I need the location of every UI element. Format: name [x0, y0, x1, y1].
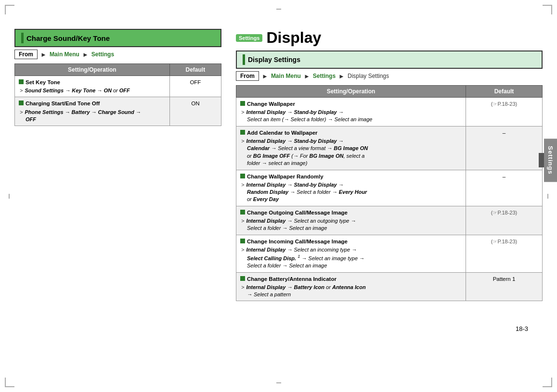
left-row2-cont: OFF [26, 116, 166, 123]
square-icon-r4 [240, 210, 245, 215]
right-col-default-header: Default [466, 86, 543, 98]
arrow-right-2: > [20, 109, 23, 116]
left-section-title-bar: Charge Sound/Key Tone [14, 29, 221, 47]
left-row1-sub: > Sound Settings → Key Tone → ON or OFF [20, 87, 166, 94]
corner-mark-bl [5, 378, 14, 387]
right-row3-setting: Change Wallpaper Randomly > Internal Dis… [236, 170, 466, 206]
right-row6-sub: > Internal Display → Battery Icon or Ant… [241, 284, 462, 291]
left-row2-default: ON [169, 97, 221, 126]
right-nav-mainmenu: Main Menu [271, 73, 301, 79]
right-subsection-title: Display Settings [248, 56, 300, 63]
right-row1-title: Change Wallpaper [240, 100, 462, 108]
left-from-bar: From ► Main Menu ► Settings [14, 47, 221, 62]
arrow-right-r4: > [241, 217, 244, 225]
square-icon-1 [19, 79, 24, 84]
right-row4-title: Change Outgoing Call/Message Image [240, 209, 462, 216]
right-panel: Settings Display Display Settings From ►… [236, 29, 543, 301]
square-icon-r6 [240, 276, 245, 281]
right-row2-default: – [466, 126, 543, 170]
right-row3-title: Change Wallpaper Randomly [240, 173, 462, 180]
square-icon-r3 [240, 174, 245, 178]
arrow-right-r6: > [241, 284, 244, 291]
right-row4-setting: Change Outgoing Call/Message Image > Int… [236, 206, 466, 235]
table-row: Change Wallpaper > Internal Display → St… [236, 98, 543, 126]
square-icon-2 [19, 101, 24, 105]
left-settings-table: Setting/Operation Default Set Key Tone [14, 63, 221, 126]
corner-mark-br [543, 378, 552, 387]
arrow-right-1: > [20, 87, 23, 94]
right-green-bar [243, 54, 245, 65]
right-settings-table: Setting/Operation Default Change Wallpap… [236, 85, 543, 301]
left-section-title: Charge Sound/Key Tone [26, 34, 110, 42]
right-nav-display-settings: Display Settings [348, 73, 389, 79]
right-row2-sub: > Internal Display → Stand-by Display → [241, 138, 462, 145]
right-row5-default: (☞P.18-23) [466, 235, 543, 272]
square-icon-r5 [240, 239, 245, 243]
right-row2-cont2: or BG Image OFF (→ For BG Image ON, sele… [247, 152, 462, 160]
right-row4-cont: Select a folder → Select an image [247, 225, 462, 232]
right-from-box: From [236, 71, 259, 81]
table-row: Set Key Tone > Sound Settings → Key Tone… [15, 76, 221, 97]
left-col-default-header: Default [169, 64, 221, 76]
right-row1-setting: Change Wallpaper > Internal Display → St… [236, 98, 466, 126]
right-row2-title: Add Calendar to Wallpaper [240, 129, 462, 137]
right-row5-title: Change Incoming Call/Message Image [240, 238, 462, 245]
right-nav-arrow-1: ► [262, 73, 268, 80]
table-row: Change Battery/Antenna Indicator > Inter… [236, 272, 543, 301]
right-row6-setting: Change Battery/Antenna Indicator > Inter… [236, 272, 466, 301]
right-row5-sub: > Internal Display → Select an incoming … [241, 246, 462, 253]
right-row1-default: (☞P.18-23) [466, 98, 543, 126]
right-nav-settings: Settings [313, 73, 336, 79]
table-row: Add Calendar to Wallpaper > Internal Dis… [236, 126, 543, 170]
right-row6-default: Pattern 1 [466, 272, 543, 301]
right-from-bar: From ► Main Menu ► Settings ► Display Se… [236, 69, 543, 83]
table-row: Change Outgoing Call/Message Image > Int… [236, 206, 543, 235]
right-row4-default: (☞P.18-23) [466, 206, 543, 235]
table-row: Change Incoming Call/Message Image > Int… [236, 235, 543, 272]
right-row5-cont2: Select a folder → Select an image [247, 262, 462, 269]
page-bottom-number: 18-3 [0, 325, 557, 332]
arrow-right-r5: > [241, 246, 244, 253]
right-row5-setting: Change Incoming Call/Message Image > Int… [236, 235, 466, 272]
table-row: Charging Start/End Tone Off > Phone Sett… [15, 97, 221, 126]
right-row2-cont1: Calendar → Select a view format → BG Ima… [247, 145, 462, 152]
right-row1-cont: Select an item (→ Select a folder) → Sel… [247, 116, 462, 123]
left-row2-title: Charging Start/End Tone Off [19, 100, 166, 107]
left-row2-sub: > Phone Settings → Battery → Charge Soun… [20, 109, 166, 116]
right-subsection-bar: Display Settings [236, 51, 543, 69]
left-green-bar [21, 33, 24, 43]
settings-badge: Settings [236, 34, 262, 42]
left-from-box: From [14, 50, 38, 59]
right-row2-setting: Add Calendar to Wallpaper > Internal Dis… [236, 126, 466, 170]
center-mark-bottom [276, 382, 281, 387]
right-row6-title: Change Battery/Antenna Indicator [240, 275, 462, 283]
arrow-right-r3: > [241, 181, 244, 189]
arrow-right-r2: > [241, 138, 244, 145]
right-row3-cont2: or Every Day [247, 196, 462, 203]
square-icon-r1 [240, 101, 245, 106]
right-row1-sub: > Internal Display → Stand-by Display → [241, 109, 462, 116]
right-col-setting-header: Setting/Operation [236, 86, 466, 98]
left-row1-setting: Set Key Tone > Sound Settings → Key Tone… [15, 76, 170, 97]
right-row3-default: – [466, 170, 543, 206]
left-row2-setting: Charging Start/End Tone Off > Phone Sett… [15, 97, 170, 126]
right-nav-arrow-2: ► [304, 73, 310, 80]
right-row3-sub: > Internal Display → Stand-by Display → [241, 181, 462, 189]
left-panel: Charge Sound/Key Tone From ► Main Menu ►… [14, 29, 221, 301]
left-row1-default: OFF [169, 76, 221, 97]
left-nav-mainmenu: Main Menu [50, 51, 79, 58]
display-title-text: Display [266, 29, 321, 47]
square-icon-r2 [240, 130, 245, 135]
arrow-right-r1: > [241, 109, 244, 116]
left-nav-arrow-2: ► [82, 51, 89, 58]
sidebar-settings-label: Settings [544, 139, 557, 182]
left-col-setting-header: Setting/Operation [15, 64, 170, 76]
left-nav-arrow-1: ► [40, 51, 47, 58]
right-row5-cont1: Select Calling Disp. 1 → Select an image… [247, 253, 462, 262]
right-row2-cont3: folder → select an image) [247, 160, 462, 167]
right-row4-sub: > Internal Display → Select an outgoing … [241, 217, 462, 225]
table-row: Change Wallpaper Randomly > Internal Dis… [236, 170, 543, 206]
left-row1-title: Set Key Tone [19, 78, 166, 86]
display-main-title-bar: Settings Display [236, 29, 543, 47]
right-row3-cont1: Random Display → Select a folder → Every… [247, 189, 462, 196]
